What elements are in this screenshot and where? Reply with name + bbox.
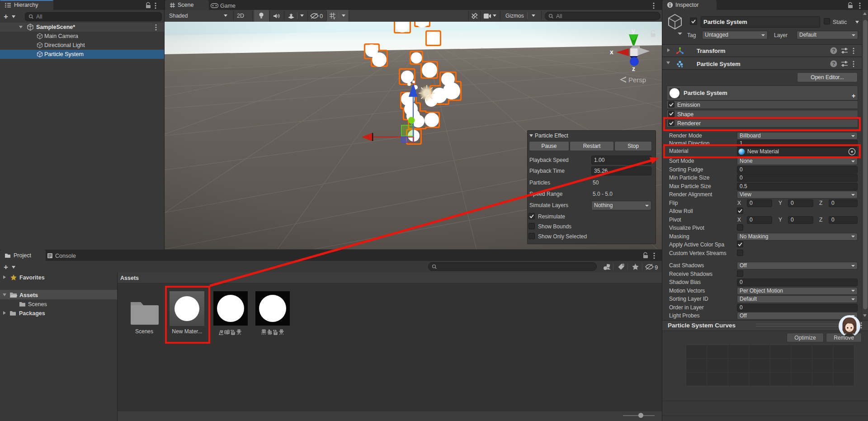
svg-text:Persp: Persp [628, 76, 646, 84]
svg-text:?: ? [832, 61, 835, 66]
svg-text:?: ? [832, 48, 835, 53]
svg-text:Y: Y [333, 16, 336, 20]
